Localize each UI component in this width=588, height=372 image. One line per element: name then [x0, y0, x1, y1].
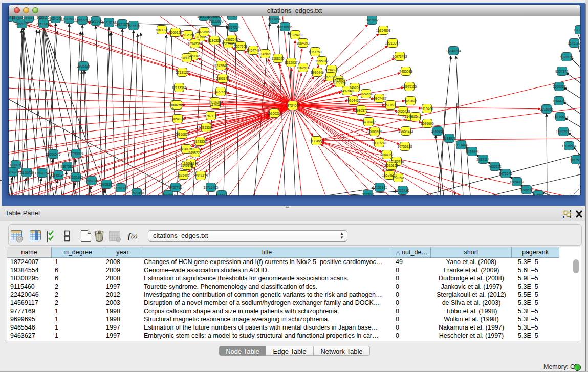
svg-text:20364436: 20364436: [346, 99, 361, 102]
svg-text:6794028: 6794028: [325, 68, 338, 72]
svg-text:25300203: 25300203: [267, 112, 282, 115]
svg-text:2905334: 2905334: [77, 64, 90, 68]
svg-text:1167534: 1167534: [570, 158, 580, 162]
svg-text:9397586: 9397586: [60, 165, 74, 168]
svg-text:7663822: 7663822: [155, 28, 168, 32]
svg-text:1864093: 1864093: [296, 41, 310, 45]
svg-text:62160: 62160: [386, 103, 395, 107]
svg-text:961302: 961302: [12, 16, 23, 20]
svg-text:12213967: 12213967: [385, 41, 400, 45]
svg-text:12505185: 12505185: [69, 176, 83, 179]
svg-text:7515526: 7515526: [127, 24, 140, 28]
svg-text:989087: 989087: [181, 56, 192, 60]
svg-text:924501: 924501: [533, 193, 544, 196]
svg-text:19218506: 19218506: [278, 25, 293, 29]
svg-text:1310755: 1310755: [170, 103, 184, 107]
svg-text:12213382: 12213382: [172, 86, 187, 90]
svg-text:15716485: 15716485: [204, 186, 219, 189]
svg-text:10807487: 10807487: [372, 97, 387, 100]
svg-text:9245652: 9245652: [520, 188, 533, 192]
svg-text:1615152: 1615152: [385, 164, 398, 167]
svg-text:9227342: 9227342: [555, 70, 569, 73]
svg-text:8660124: 8660124: [169, 31, 182, 34]
svg-text:8471676: 8471676: [499, 172, 512, 176]
svg-text:28226058: 28226058: [197, 30, 212, 34]
svg-text:1639011: 1639011: [10, 163, 23, 167]
svg-text:1733426: 1733426: [396, 189, 409, 192]
svg-text:8427552: 8427552: [214, 90, 227, 94]
svg-text:1209358: 1209358: [553, 85, 566, 89]
svg-text:10120746: 10120746: [389, 160, 404, 163]
svg-text:8912954: 8912954: [181, 33, 194, 37]
svg-text:9327508: 9327508: [222, 42, 235, 46]
svg-text:10654112: 10654112: [510, 180, 525, 184]
svg-text:17016504: 17016504: [562, 144, 577, 148]
svg-text:8813054: 8813054: [268, 17, 281, 21]
svg-text:5938928: 5938928: [443, 137, 456, 140]
svg-text:1603380: 1603380: [207, 16, 220, 18]
svg-text:12975115: 12975115: [402, 85, 417, 89]
svg-text:11325419: 11325419: [288, 33, 303, 37]
svg-text:9474444: 9474444: [466, 150, 479, 154]
svg-text:(x): (x): [131, 233, 138, 239]
svg-text:16154808: 16154808: [376, 29, 391, 32]
svg-text:15692971: 15692971: [556, 130, 571, 134]
svg-text:1910785: 1910785: [208, 100, 222, 104]
svg-text:7625402: 7625402: [177, 173, 190, 177]
svg-text:8322037: 8322037: [285, 61, 298, 64]
svg-text:917334: 917334: [362, 193, 374, 196]
svg-text:12923468: 12923468: [129, 191, 144, 195]
svg-text:7946962: 7946962: [162, 193, 175, 196]
svg-text:10756928: 10756928: [398, 145, 412, 148]
svg-text:9777169: 9777169: [333, 81, 346, 85]
svg-text:20691406: 20691406: [36, 22, 51, 26]
svg-text:1362546: 1362546: [225, 38, 238, 41]
svg-text:16914479: 16914479: [193, 174, 208, 178]
svg-text:17359924: 17359924: [69, 152, 84, 156]
svg-text:9084067: 9084067: [380, 153, 394, 157]
svg-text:1575107: 1575107: [568, 41, 580, 45]
svg-text:1440954: 1440954: [431, 129, 444, 133]
svg-text:7857224: 7857224: [227, 26, 240, 29]
svg-text:6961758: 6961758: [309, 50, 322, 54]
svg-text:2803144: 2803144: [216, 77, 229, 80]
svg-text:10719155: 10719155: [102, 21, 117, 25]
svg-text:18724007: 18724007: [286, 104, 300, 107]
svg-text:9699695: 9699695: [421, 122, 434, 125]
svg-text:1145194: 1145194: [52, 173, 65, 177]
svg-text:9329966: 9329966: [560, 55, 573, 59]
svg-text:3624554: 3624554: [359, 92, 373, 96]
svg-text:3215955: 3215955: [540, 107, 553, 111]
svg-text:2933114: 2933114: [477, 158, 490, 161]
svg-text:3914901: 3914901: [9, 170, 19, 174]
svg-text:10653267: 10653267: [75, 18, 90, 22]
svg-text:1082533: 1082533: [62, 17, 76, 21]
svg-text:1540993: 1540993: [180, 164, 193, 167]
svg-text:9634509: 9634509: [49, 17, 62, 20]
svg-text:18807249: 18807249: [372, 141, 387, 145]
svg-text:10688609: 10688609: [367, 130, 382, 134]
svg-text:12353594: 12353594: [199, 126, 214, 129]
svg-text:10958107: 10958107: [99, 183, 114, 186]
svg-text:2367608: 2367608: [234, 45, 247, 48]
svg-text:9457791: 9457791: [169, 186, 182, 189]
svg-text:20206576: 20206576: [46, 152, 61, 156]
svg-text:17957225: 17957225: [84, 179, 99, 183]
svg-text:8878352: 8878352: [193, 140, 207, 143]
svg-text:1244413: 1244413: [552, 99, 565, 103]
svg-text:9242848: 9242848: [214, 64, 228, 68]
svg-text:1527602: 1527602: [89, 19, 102, 23]
svg-text:9146821: 9146821: [258, 52, 272, 56]
svg-text:14136141: 14136141: [373, 186, 387, 189]
svg-text:6497568: 6497568: [340, 89, 354, 93]
svg-text:7632621: 7632621: [488, 165, 502, 168]
svg-text:11156829: 11156829: [19, 171, 34, 174]
svg-text:12942757: 12942757: [35, 171, 50, 175]
svg-text:8267130: 8267130: [204, 114, 217, 118]
svg-text:16648784: 16648784: [446, 49, 461, 53]
svg-text:16210643: 16210643: [553, 115, 568, 119]
svg-text:15720407: 15720407: [361, 120, 376, 124]
svg-text:2718126: 2718126: [176, 71, 189, 74]
svg-text:7485083: 7485083: [399, 70, 412, 73]
svg-text:1588520: 1588520: [271, 57, 285, 60]
